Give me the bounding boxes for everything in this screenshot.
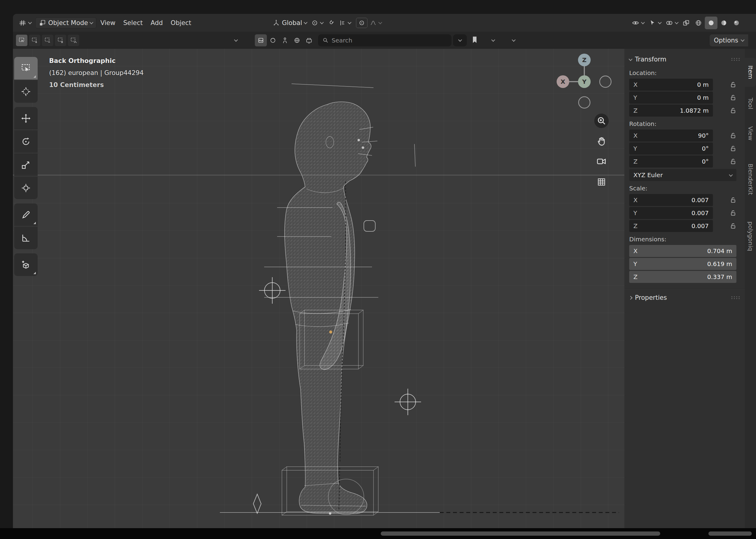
location-z-lock-button[interactable] <box>726 107 740 114</box>
bone-marker[interactable] <box>253 494 261 513</box>
scale-x-lock-button[interactable] <box>726 197 740 203</box>
asset-type-hdr-button[interactable] <box>291 34 303 46</box>
menu-select[interactable]: Select <box>119 17 147 29</box>
asset-type-brush-button[interactable] <box>279 34 291 46</box>
menu-add[interactable]: Add <box>147 17 167 29</box>
tab-tool[interactable]: Tool <box>745 90 756 117</box>
menu-view[interactable]: View <box>97 17 119 29</box>
tool-measure[interactable] <box>14 227 37 249</box>
tool-select-box[interactable] <box>14 57 37 80</box>
asset-options-dropdown-1[interactable] <box>486 35 500 46</box>
scale-x-field[interactable]: X 0.007 <box>629 194 713 206</box>
gizmo-x-ball[interactable]: X <box>557 75 569 88</box>
shading-rendered-button[interactable] <box>730 17 743 29</box>
tab-polygoniq[interactable]: polygoniq <box>745 210 756 263</box>
gizmo-y-ball[interactable]: Y <box>578 75 591 88</box>
location-z-field[interactable]: Z 1.0872 m <box>629 105 713 116</box>
pivot-point-dropdown[interactable] <box>309 18 325 28</box>
rotation-z-field[interactable]: Z 0° <box>629 155 713 168</box>
location-y-lock-button[interactable] <box>726 94 740 101</box>
scale-y-field[interactable]: Y 0.007 <box>629 207 713 219</box>
scale-y-lock-button[interactable] <box>726 210 740 216</box>
transform-panel-header[interactable]: Transform <box>629 53 740 66</box>
tool-transform[interactable] <box>14 177 37 199</box>
select-mode-subtract-button[interactable] <box>42 35 53 46</box>
chevron-down-icon <box>491 38 495 42</box>
asset-search-field[interactable] <box>318 34 451 46</box>
proportional-falloff-dropdown[interactable] <box>368 18 384 28</box>
viewport-3d[interactable]: Z X Y Back Orthographic (162) european |… <box>13 49 624 528</box>
tool-rotate[interactable] <box>14 130 37 153</box>
scale-z-field[interactable]: Z 0.007 <box>629 220 713 232</box>
tool-move[interactable] <box>14 107 37 129</box>
proportional-editing-toggle[interactable] <box>356 18 368 28</box>
show-gizmo-dropdown[interactable] <box>646 17 663 29</box>
select-mode-set-button[interactable] <box>16 35 28 46</box>
dimensions-z-field[interactable]: Z 0.337 m <box>629 271 736 283</box>
shading-wireframe-button[interactable] <box>692 17 705 29</box>
camera-view-button[interactable] <box>594 154 609 168</box>
gizmo-negative-x[interactable] <box>600 76 611 87</box>
bottom-bar <box>0 528 756 539</box>
tab-view[interactable]: View <box>745 120 756 147</box>
object-visibility-dropdown[interactable] <box>630 17 646 29</box>
axis-label: Z <box>633 107 638 114</box>
options-dropdown[interactable]: Options <box>710 34 748 46</box>
snap-target-dropdown[interactable] <box>337 18 353 28</box>
select-mode-extend-button[interactable] <box>29 35 40 46</box>
panel-grip-icon[interactable] <box>731 296 740 299</box>
search-filter-dropdown[interactable] <box>453 34 467 46</box>
transform-orientation-dropdown[interactable]: Global <box>270 18 309 28</box>
dimensions-y-field[interactable]: Y 0.619 m <box>629 258 736 270</box>
rotation-y-field[interactable]: Y 0° <box>629 142 713 155</box>
location-y-field[interactable]: Y 0 m <box>629 92 713 104</box>
search-input[interactable] <box>332 37 447 44</box>
xray-toggle[interactable] <box>680 17 692 29</box>
bookmark-button[interactable] <box>471 36 478 45</box>
asset-options-dropdown-2[interactable] <box>507 35 520 46</box>
empty-object[interactable] <box>259 277 286 304</box>
gizmo-z-ball[interactable]: Z <box>578 54 591 66</box>
location-x-lock-button[interactable] <box>726 81 740 88</box>
rotation-mode-dropdown[interactable]: XYZ Euler <box>629 169 736 181</box>
tool-annotate[interactable] <box>14 203 37 226</box>
pan-button[interactable] <box>594 134 609 148</box>
snap-toggle[interactable] <box>325 18 337 28</box>
dimensions-x-field[interactable]: X 0.704 m <box>629 245 736 257</box>
tab-item[interactable]: Item <box>745 58 756 87</box>
mode-selector[interactable]: Object Mode <box>35 18 97 28</box>
scale-z-lock-button[interactable] <box>726 223 740 229</box>
asset-type-scene-button[interactable] <box>303 34 315 46</box>
tool-cursor[interactable] <box>14 80 37 103</box>
select-mode-intersect-button[interactable] <box>68 35 79 46</box>
properties-panel-header[interactable]: Properties <box>629 291 740 304</box>
axis-gizmo[interactable]: Z X Y <box>557 54 611 108</box>
tab-blenderkit[interactable]: BlenderKit <box>745 151 756 207</box>
chevron-down-icon <box>512 38 515 42</box>
horizontal-scrollbar[interactable] <box>381 531 660 536</box>
sidebar-tab-strip: Item Tool View BlenderKit polygoniq <box>745 49 756 528</box>
zoom-button[interactable] <box>594 114 609 128</box>
panel-grip-icon[interactable] <box>731 57 740 61</box>
rotation-z-lock-button[interactable] <box>726 158 740 165</box>
location-x-field[interactable]: X 0 m <box>629 79 713 91</box>
asset-type-model-button[interactable] <box>255 34 267 46</box>
gizmo-negative-z[interactable] <box>579 97 590 108</box>
rotation-x-lock-button[interactable] <box>726 132 740 139</box>
menu-object[interactable]: Object <box>167 17 195 29</box>
empty-object[interactable] <box>394 389 421 415</box>
ortho-grid-button[interactable] <box>594 175 609 189</box>
tool-settings-dropdown[interactable] <box>229 35 243 46</box>
editor-type-dropdown[interactable] <box>17 17 34 29</box>
shading-solid-button[interactable] <box>705 17 718 29</box>
asset-type-material-button[interactable] <box>267 34 279 46</box>
character-mesh[interactable] <box>285 102 371 514</box>
select-mode-invert-button[interactable] <box>55 35 66 46</box>
tool-add-cube[interactable] <box>14 253 37 276</box>
rotation-x-field[interactable]: X 90° <box>629 129 713 142</box>
rotation-y-lock-button[interactable] <box>726 145 740 152</box>
tool-scale[interactable] <box>14 153 37 176</box>
show-overlays-dropdown[interactable] <box>663 17 680 29</box>
scrollbar-segment[interactable] <box>709 531 752 536</box>
shading-material-button[interactable] <box>718 17 730 29</box>
